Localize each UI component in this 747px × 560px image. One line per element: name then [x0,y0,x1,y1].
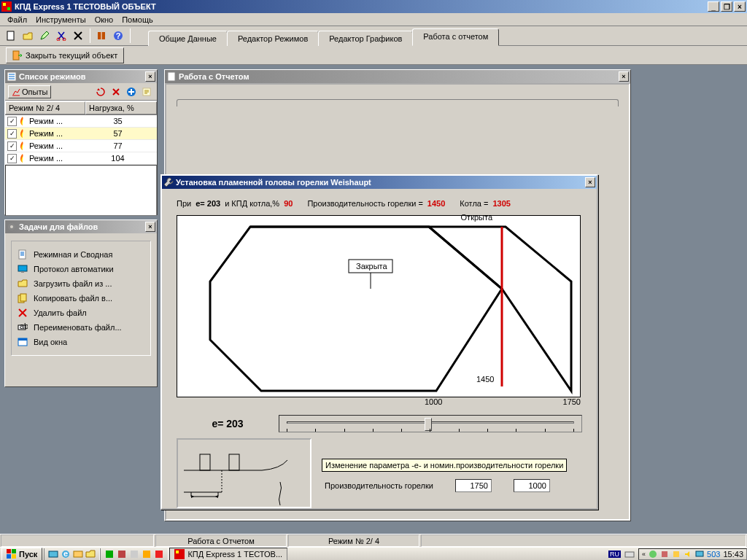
mode-row[interactable]: ✓ Режим ... 77 [5,140,157,152]
lang-indicator[interactable]: RU [608,551,621,558]
tray-icon-3[interactable] [672,550,681,559]
task-item-protocol[interactable]: Протокол автоматики [12,262,150,276]
experiments-label: Опыты [22,88,47,96]
dialog-close[interactable]: × [585,177,595,187]
tab-modes[interactable]: Редактор Режимов [227,31,319,46]
tray-monitor-icon[interactable] [695,550,704,559]
task-item-delete[interactable]: Удалить файл [12,306,150,320]
svg-rect-16 [21,271,24,273]
close-object-label: Закрыть текущий объект [26,51,117,60]
menu-window[interactable]: Окно [90,14,118,26]
perf-field-2[interactable] [514,479,550,492]
checkbox-icon[interactable]: ✓ [7,141,17,151]
tray-clock: 15:43 [723,550,743,559]
tool-cut-icon[interactable] [53,28,69,44]
experiments-button[interactable]: Опыты [8,85,51,98]
tray-volume-icon[interactable] [684,550,692,559]
formula-row: При e= 203 и КПД котла,% 90 Производител… [177,199,582,208]
modes-add-icon[interactable] [125,85,138,98]
checkbox-icon[interactable]: ✓ [7,129,17,139]
menu-file[interactable]: Файл [3,14,31,26]
col-mode[interactable]: Режим № 2/ 4 [5,101,85,114]
toolbar-separator [90,28,90,43]
taskbar-app-button[interactable]: КПД Express 1 ТЕСТОВ... [169,548,287,561]
menu-tools[interactable]: Инструменты [31,14,90,26]
modes-delete-icon[interactable] [109,85,123,98]
minimize-button[interactable]: _ [708,1,719,12]
svg-rect-23 [168,72,175,81]
perf-field-1[interactable] [455,479,492,492]
ql-app1-icon[interactable] [104,548,115,560]
graph-1450: 1450 [476,375,494,384]
checkbox-icon[interactable]: ✓ [7,117,17,126]
tab-common[interactable]: Общие Данные [148,31,228,46]
svg-rect-2 [7,7,10,10]
svg-rect-36 [49,551,58,557]
perf-row-label: Производительность горелки [325,481,433,490]
svg-rect-1 [3,3,6,6]
ql-outlook-icon[interactable] [72,548,84,560]
task-item-copy[interactable]: Копировать файл в... [12,291,150,306]
report-close[interactable]: × [619,71,629,82]
dialog-titlebar[interactable]: Установка пламенной головы горелки Weish… [162,176,597,189]
task-item-rename[interactable]: ab Переименовать файл... [12,320,150,335]
task-item-view[interactable]: Вид окна [12,335,150,349]
xaxis-1750: 1750 [563,397,581,406]
ql-app3-icon[interactable] [128,548,140,560]
report-title: Работа с Отчетом [179,72,249,81]
formula-e-label: e= [196,199,207,208]
mode-row[interactable]: ✓ Режим ... 104 [5,152,157,165]
mode-row[interactable]: ✓ Режим ... 35 [5,115,157,128]
tool-new-icon[interactable] [3,28,19,44]
mode-load: 35 [79,117,157,125]
checkbox-icon[interactable]: ✓ [7,154,17,163]
svg-point-13 [10,225,13,228]
task-label: Вид окна [34,338,67,346]
tool-book-icon[interactable] [93,28,109,44]
tool-delete-icon[interactable] [70,28,86,44]
tab-charts[interactable]: Редактор Графиков [318,31,413,46]
maximize-button[interactable]: ❐ [721,1,732,12]
ql-app5-icon[interactable] [153,548,165,560]
ql-app4-icon[interactable] [141,548,152,560]
tray-icon-1[interactable] [649,550,657,559]
tray-chevron-icon[interactable]: « [642,551,646,558]
task-item-load[interactable]: Загрузить файл из ... [12,276,150,291]
tool-open-icon[interactable] [20,28,36,44]
mode-row[interactable]: ✓ Режим ... 57 [5,128,157,140]
close-object-button[interactable]: Закрыть текущий объект [6,47,124,63]
tab-report[interactable]: Работа с отчетом [412,28,499,46]
col-load[interactable]: Нагрузка, % [85,101,157,114]
tool-edit-icon[interactable] [36,28,53,44]
modes-panel: Список режимов × Опыты Режим № 2/ 4 Нагр… [4,69,158,215]
modes-panel-close[interactable]: × [145,71,155,82]
e-slider[interactable] [279,415,582,432]
svg-rect-32 [7,549,11,553]
app-icon [1,1,12,12]
tool-help-icon[interactable]: ? [110,28,126,44]
ql-folder-icon[interactable] [85,548,96,560]
tasks-panel-titlebar: Задачи для файлов × [5,220,157,233]
task-label: Удалить файл [34,308,87,317]
formula-boiler-val: 1305 [492,199,510,208]
task-item-summary[interactable]: Режимная и Сводная [12,247,150,262]
svg-rect-43 [143,551,150,558]
start-button[interactable]: Пуск [1,548,42,561]
svg-rect-35 [12,554,16,559]
ql-ie-icon[interactable]: e [60,548,71,560]
modes-notes-icon[interactable] [140,85,153,98]
ql-desktop-icon[interactable] [47,548,59,560]
svg-rect-8 [13,51,19,60]
modes-refresh-icon[interactable] [94,85,107,98]
tasks-panel-close[interactable]: × [145,222,155,232]
tray-icon-2[interactable] [660,550,669,559]
ql-app2-icon[interactable] [116,548,128,560]
app-mini-icon [174,549,185,559]
slider-row: e= 203 [177,415,582,432]
xaxis-1000: 1000 [425,397,442,406]
menu-help[interactable]: Помощь [117,14,158,26]
tray-keyboard-icon[interactable] [624,548,635,560]
task-label: Копировать файл в... [34,294,112,303]
monitor-icon [18,264,28,274]
close-button[interactable]: × [734,1,746,12]
